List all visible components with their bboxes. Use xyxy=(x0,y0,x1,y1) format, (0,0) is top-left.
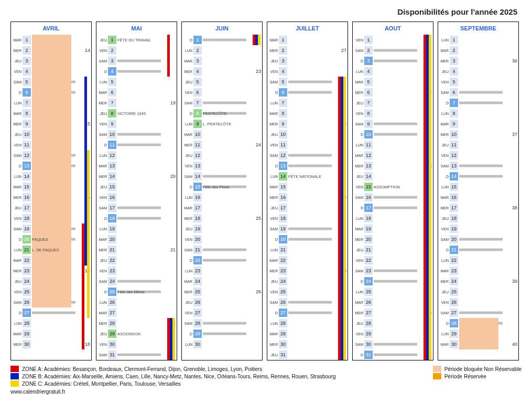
day-row: VEN9 xyxy=(96,119,177,129)
day-of-week: SAM xyxy=(438,91,450,94)
day-of-week: MER xyxy=(182,217,193,220)
day-number: 28 xyxy=(23,319,31,327)
day-of-week: VEN xyxy=(353,332,364,336)
day-number: 26 xyxy=(279,298,287,306)
day-number: 5 xyxy=(193,78,202,86)
day-row: MAR16 xyxy=(438,192,518,203)
day-row: SAM3 xyxy=(96,56,177,66)
day-row: SAM26 xyxy=(267,297,348,307)
day-number: 19 xyxy=(193,225,202,233)
day-of-week: LUN xyxy=(353,70,364,73)
day-number: 18 xyxy=(193,214,202,222)
day-of-week: LUN xyxy=(96,80,108,84)
day-of-week: MAR xyxy=(353,154,364,157)
day-of-week: VEN xyxy=(11,290,23,294)
calendar-grid: AVRILMAR1MER214JEU3VEN4SAM5D6LUN7MAR8MER… xyxy=(10,22,522,360)
day-row: SAM12 xyxy=(267,150,348,161)
day-number: 16 xyxy=(450,193,458,202)
day-of-week: SAM xyxy=(182,101,193,105)
day-number: 16 xyxy=(279,193,287,202)
day-number: 9 xyxy=(193,120,202,128)
day-of-week: JEU xyxy=(96,112,108,115)
day-row: VEN5 xyxy=(438,77,518,87)
day-row: MAR29 xyxy=(11,328,91,339)
day-row: JEU19 xyxy=(182,224,262,234)
day-of-week: D xyxy=(438,175,450,178)
day-of-week: MAR xyxy=(353,80,364,84)
day-row: MAR17 xyxy=(182,203,262,213)
day-number: 5 xyxy=(279,78,287,86)
day-row: VEN1 xyxy=(353,35,433,45)
day-number: 29 xyxy=(193,330,202,338)
day-row: D1 xyxy=(182,35,262,45)
day-row: MER719 xyxy=(96,98,177,108)
day-number: 4 xyxy=(364,67,373,76)
day-row: D8PENTECÔTE xyxy=(182,108,262,119)
day-of-week: D xyxy=(182,38,193,42)
day-row: LUN1 xyxy=(438,35,518,45)
day-of-week: SAM xyxy=(267,301,279,304)
day-row: LUN23 xyxy=(182,266,262,276)
day-of-week: SAM xyxy=(11,154,23,157)
day-label: Fête des Mères xyxy=(117,290,145,294)
day-of-week: VEN xyxy=(267,70,279,73)
day-number: 16 xyxy=(193,193,202,202)
day-of-week: D xyxy=(11,238,23,241)
day-of-week: MER xyxy=(438,133,450,136)
day-of-week: SAM xyxy=(353,269,364,273)
legend-blocked: Période bloquée Non Réservable xyxy=(444,366,522,372)
week-number: 24 xyxy=(256,142,261,147)
day-number: 23 xyxy=(108,267,116,275)
day-number: 1 xyxy=(450,36,458,44)
day-number: 12 xyxy=(108,151,116,160)
day-row: JEU11 xyxy=(438,140,518,150)
day-of-week: LUN xyxy=(353,143,364,147)
day-number: 11 xyxy=(450,141,458,149)
week-number: 21 xyxy=(170,247,176,252)
day-of-week: JEU xyxy=(11,206,23,210)
day-of-week: D xyxy=(353,133,364,136)
day-label: Fête des Pères xyxy=(203,185,230,189)
day-number: 24 xyxy=(279,277,287,285)
day-row: D18 xyxy=(96,213,177,224)
day-of-week: D xyxy=(11,164,23,168)
day-row: MER632 xyxy=(353,87,433,98)
day-number: 27 xyxy=(108,309,116,317)
day-number: 4 xyxy=(450,67,458,76)
day-of-week: SAM xyxy=(267,80,279,84)
day-of-week: LUN xyxy=(182,49,193,52)
day-of-week: SAM xyxy=(353,122,364,126)
day-number: 3 xyxy=(23,57,31,65)
day-of-week: JEU xyxy=(353,248,364,252)
day-of-week: D xyxy=(438,248,450,252)
month-header: JUIN xyxy=(182,22,262,35)
zone-c-strip xyxy=(87,150,90,318)
day-number: 17 xyxy=(279,204,287,212)
day-of-week: SAM xyxy=(182,248,193,252)
day-row: MAR13 xyxy=(96,161,177,171)
day-of-week: MAR xyxy=(96,164,108,168)
day-row: LUN4 xyxy=(353,66,433,77)
day-number: 18 xyxy=(364,214,373,222)
day-of-week: MAR xyxy=(182,280,193,283)
day-row: D6 xyxy=(267,87,348,98)
day-of-week: MER xyxy=(438,206,450,210)
day-number: 19 xyxy=(23,225,31,233)
month-column: JUILLETMAR1MER227JEU3VEN4SAM5D6LUN7MAR8M… xyxy=(267,22,348,360)
day-number: 27 xyxy=(364,309,373,317)
legend-reserved: Période Réservée xyxy=(444,374,486,379)
day-row: VEN13 xyxy=(182,161,262,171)
day-number: 27 xyxy=(450,309,458,317)
day-of-week: JEU xyxy=(267,206,279,210)
day-row: MAR22 xyxy=(267,255,348,266)
source-link[interactable]: www.calendriergratuit.fr xyxy=(10,389,336,395)
day-number: 20 xyxy=(364,235,373,243)
day-number: 3 xyxy=(108,57,116,65)
day-of-week: JEU xyxy=(438,290,450,294)
day-row: VEN16 xyxy=(96,192,177,203)
day-number: 17 xyxy=(193,204,202,212)
day-row: MER1825 xyxy=(182,213,262,224)
day-row: LUN9L. PENTECÔTE xyxy=(182,119,262,129)
day-of-week: VEN xyxy=(96,196,108,199)
day-of-week: MER xyxy=(96,101,108,105)
